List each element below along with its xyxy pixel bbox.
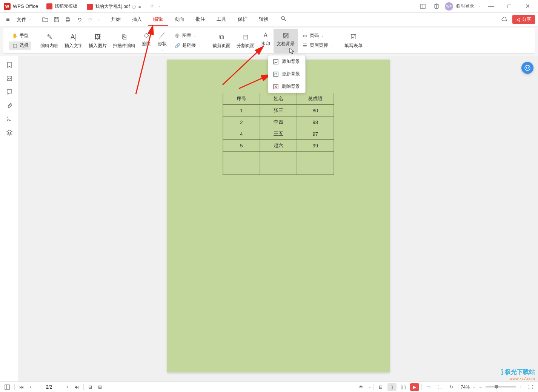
tab-document[interactable]: 我的大学规划.pdf ● [82, 0, 146, 12]
add-bg-icon [273, 59, 279, 65]
two-page-icon[interactable]: ▯▯ [399, 383, 408, 391]
document-viewport[interactable]: 序号 姓名 总成绩 1张三80 2李四98 4王五97 5赵六99 [19, 56, 538, 381]
menu-tab-page[interactable]: 页面 [169, 14, 189, 26]
fullscreen-icon[interactable]: ⛶ [526, 383, 535, 391]
sidebar-toggle-icon[interactable] [3, 384, 11, 390]
label: 添加背景 [282, 58, 300, 65]
signature-icon[interactable] [2, 113, 17, 125]
prev-page-button[interactable]: ‹ [28, 384, 33, 390]
login-status[interactable]: 临时登录 [456, 3, 474, 9]
delete-background-item[interactable]: 删除背景 [268, 80, 305, 93]
last-page-button[interactable]: ⏭ [73, 384, 80, 390]
menu-right: 分享 [500, 15, 535, 24]
file-menu[interactable]: 文件 ⌄ [14, 16, 34, 23]
next-page-button[interactable]: › [65, 384, 70, 390]
zoom-slider[interactable] [486, 386, 516, 387]
menu-hamburger-icon[interactable]: ≡ [3, 15, 13, 24]
cell [297, 163, 334, 175]
cloud-icon[interactable] [500, 15, 509, 24]
fill-form-button[interactable]: ☑填写表单 [341, 31, 366, 51]
menu-tab-insert[interactable]: 插入 [127, 14, 147, 26]
open-folder-icon[interactable] [40, 15, 50, 24]
hand-icon: ✋ [11, 32, 18, 39]
hand-tool[interactable]: ✋手型 [9, 32, 31, 40]
minimize-button[interactable]: — [484, 1, 499, 12]
shape-button[interactable]: ／形状⌄ [154, 29, 170, 53]
select-tool[interactable]: ⬚选择 [9, 41, 31, 50]
search-icon[interactable] [278, 14, 288, 23]
single-page-icon[interactable]: ▯ [387, 383, 397, 391]
fit-width-icon[interactable]: ⊟ [376, 383, 385, 391]
login-arrow-icon[interactable]: ⌄ [478, 5, 481, 8]
source-watermark: ⟆ 极光下载站 www.xz7.com [501, 368, 535, 381]
qat-arrow-icon[interactable]: ⌄ [98, 18, 100, 21]
erase-button[interactable]: ◇擦除⌄ [138, 29, 154, 53]
panel-icon[interactable] [418, 1, 428, 12]
stamp-button[interactable]: ㊞图章⌄ [172, 32, 203, 40]
rotate-icon[interactable]: ↻ [447, 383, 456, 391]
bookmark-icon[interactable] [2, 59, 17, 71]
first-page-button[interactable]: ⏮ [18, 384, 25, 390]
zoom-in-page-icon[interactable]: ⊞ [97, 384, 103, 390]
table-header-row: 序号 姓名 总成绩 [223, 93, 334, 105]
play-button[interactable]: ▶ [410, 383, 419, 391]
menu-tab-start[interactable]: 开始 [106, 14, 126, 26]
close-icon[interactable]: ● [138, 4, 141, 10]
layers-icon[interactable] [2, 127, 17, 139]
watermark-button[interactable]: Ａ水印⌄ [258, 29, 274, 53]
new-tab-button[interactable]: + [146, 2, 158, 10]
zoom-out-page-icon[interactable]: ⊟ [87, 384, 94, 390]
menu-tab-protect[interactable]: 保护 [232, 14, 253, 26]
insert-image-button[interactable]: 🖼插入图片 [86, 31, 110, 51]
attachment-icon[interactable] [2, 100, 17, 112]
update-background-item[interactable]: 更新背景 [268, 68, 305, 80]
continuous-icon[interactable]: ▭ [424, 383, 433, 391]
tab-templates[interactable]: 找稻壳模板 [42, 0, 82, 12]
chevron-down-icon[interactable]: ⌄ [369, 385, 371, 389]
edit-content-button[interactable]: ✎编辑内容 [37, 31, 61, 51]
page-number-input[interactable] [36, 384, 62, 390]
fit-page-icon[interactable]: ⛶ [435, 383, 444, 391]
zoom-in-button[interactable]: + [518, 384, 524, 390]
comment-icon[interactable] [2, 86, 17, 98]
menu-tab-edit[interactable]: 编辑 [148, 14, 168, 26]
chevron-down-icon: ⌄ [330, 44, 333, 47]
user-avatar[interactable]: WP [445, 2, 453, 11]
label: 图章 [182, 32, 191, 39]
label: 形状 [158, 41, 167, 47]
zoom-out-button[interactable]: − [478, 384, 483, 390]
menu-tab-annotate[interactable]: 批注 [190, 14, 211, 26]
thumbnail-icon[interactable] [2, 72, 17, 84]
share-icon [516, 17, 521, 22]
hyperlink-button[interactable]: 🔗超链接⌄ [172, 41, 203, 50]
print-icon[interactable] [63, 15, 73, 24]
menu-tab-convert[interactable]: 转换 [254, 14, 274, 26]
crop-page-button[interactable]: ⧉裁剪页面 [209, 31, 234, 51]
menu-tab-tools[interactable]: 工具 [211, 14, 232, 26]
svg-point-15 [526, 67, 527, 68]
split-page-button[interactable]: ⊟分割页面 [234, 31, 258, 51]
cell: 2 [223, 116, 260, 128]
visibility-icon[interactable]: 👁 [357, 383, 366, 391]
add-background-item[interactable]: 添加背景 [268, 55, 305, 68]
scanner-edit-button[interactable]: ⎘扫描件编辑 [110, 31, 138, 51]
undo-icon[interactable] [74, 15, 84, 24]
save-icon[interactable] [52, 15, 61, 24]
chevron-up-icon: ⌃ [285, 48, 287, 51]
redo-icon[interactable] [86, 15, 95, 24]
cube-icon[interactable] [431, 1, 442, 12]
zoom-arrow-icon[interactable]: ⌄ [473, 385, 475, 389]
assistant-button[interactable] [521, 62, 533, 74]
tab-menu-arrow-icon[interactable]: ⌄ [158, 5, 161, 8]
insert-text-button[interactable]: A|插入文字 [61, 31, 86, 51]
svg-point-5 [281, 17, 284, 20]
page-number-button[interactable]: ▭页码⌄ [299, 32, 335, 40]
close-button[interactable]: ✕ [520, 1, 535, 12]
maximize-button[interactable]: □ [502, 1, 517, 12]
label: 删除背景 [282, 83, 300, 90]
table-row: 2李四98 [223, 116, 334, 128]
table-row: 1张三80 [223, 105, 334, 116]
share-button[interactable]: 分享 [512, 15, 535, 24]
cell: 4 [223, 128, 260, 140]
header-footer-button[interactable]: ☰页眉页脚⌄ [299, 41, 335, 50]
